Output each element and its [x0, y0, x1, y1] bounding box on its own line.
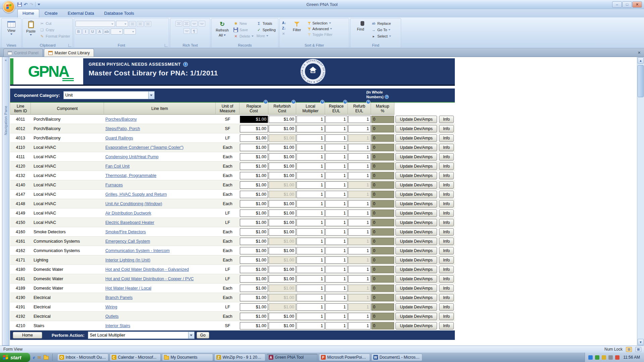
- replace-cost-input[interactable]: $1.00: [240, 285, 268, 292]
- markup-input[interactable]: 0: [371, 228, 394, 236]
- line-item-link[interactable]: Hot and Cold Water Distribution - Galvan…: [105, 267, 189, 272]
- info-button[interactable]: Info: [439, 125, 454, 132]
- underline-button[interactable]: U: [90, 29, 96, 35]
- align-center-button[interactable]: [137, 21, 144, 27]
- local-multiplier-input[interactable]: 1: [297, 163, 325, 170]
- view-button[interactable]: View: [3, 19, 20, 42]
- info-button[interactable]: Info: [439, 163, 454, 170]
- update-dev-amps-button[interactable]: Update Dev/Amps: [395, 172, 437, 179]
- minimize-button[interactable]: –: [612, 1, 622, 8]
- copy-button[interactable]: ❏Copy: [39, 27, 71, 33]
- markup-input[interactable]: 0: [371, 200, 394, 207]
- update-dev-amps-button[interactable]: Update Dev/Amps: [395, 144, 437, 151]
- datasheet-view-toggle[interactable]: ▦: [635, 347, 641, 352]
- info-button[interactable]: Info: [439, 247, 454, 254]
- highlight-color-button[interactable]: ab: [104, 29, 110, 35]
- refurb-eul-input[interactable]: 1: [348, 134, 371, 142]
- font-size-select[interactable]: [116, 21, 128, 27]
- font-name-select[interactable]: [75, 21, 115, 27]
- markup-input[interactable]: 0: [371, 294, 394, 301]
- refurbish-cost-input[interactable]: $1.00: [269, 209, 296, 217]
- local-multiplier-input[interactable]: 1: [297, 191, 325, 198]
- refurbish-cost-input[interactable]: $1.00: [269, 163, 296, 170]
- update-dev-amps-button[interactable]: Update Dev/Amps: [395, 303, 437, 311]
- local-multiplier-input[interactable]: 1: [297, 228, 325, 236]
- update-dev-amps-button[interactable]: Update Dev/Amps: [395, 200, 437, 207]
- replace-cost-input[interactable]: $1.00: [240, 125, 268, 132]
- line-item-link[interactable]: Porches/Balcony: [105, 117, 137, 122]
- replace-eul-input[interactable]: 1: [325, 238, 347, 245]
- office-button[interactable]: [3, 1, 15, 13]
- line-item-link[interactable]: Condensing Unit/Heat Pump: [105, 155, 158, 159]
- email-icon[interactable]: ✉: [38, 355, 41, 360]
- scroll-down-button[interactable]: ▼: [638, 339, 644, 345]
- text-direction-button[interactable]: [183, 28, 190, 34]
- refurb-eul-input[interactable]: 1: [348, 266, 371, 273]
- info-button[interactable]: Info: [439, 153, 454, 161]
- markup-input[interactable]: 0: [371, 191, 394, 198]
- replace-cost-input[interactable]: $1.00: [240, 228, 268, 236]
- bullets-button[interactable]: [175, 21, 182, 26]
- markup-input[interactable]: 0: [371, 163, 394, 170]
- replace-cost-input[interactable]: $1.00: [240, 294, 268, 301]
- local-multiplier-input[interactable]: 1: [297, 181, 325, 189]
- refurbish-cost-input[interactable]: $1.00: [269, 134, 296, 142]
- refurb-eul-input[interactable]: 1: [348, 313, 371, 320]
- align-right-button[interactable]: [145, 21, 151, 27]
- line-item-link[interactable]: Branch Panels: [105, 295, 132, 300]
- replace-cost-input[interactable]: $1.00: [240, 247, 268, 254]
- replace-cost-input[interactable]: $1.00: [240, 322, 268, 329]
- gridlines-select[interactable]: [111, 28, 123, 35]
- replace-cost-input[interactable]: $1.00: [240, 191, 268, 198]
- refurbish-cost-input[interactable]: $1.00: [269, 275, 296, 283]
- line-item-link[interactable]: Emergency Call System: [105, 239, 150, 244]
- vertical-scrollbar[interactable]: ▲ ▼: [637, 57, 644, 346]
- local-multiplier-input[interactable]: 1: [297, 285, 325, 292]
- help-icon[interactable]: ?: [291, 100, 296, 104]
- advanced-button[interactable]: Advanced: [307, 26, 333, 31]
- tab-master-cost-library[interactable]: Master Cost Library: [44, 49, 94, 57]
- taskbar-item-my-documents[interactable]: My Documents: [162, 354, 213, 361]
- refurb-eul-input[interactable]: 1: [348, 238, 371, 245]
- qat-dropdown-icon[interactable]: [38, 4, 40, 5]
- replace-eul-input[interactable]: 1: [325, 153, 347, 161]
- refurbish-cost-input[interactable]: $1.00: [269, 285, 296, 292]
- refurbish-cost-input[interactable]: $1.00: [269, 256, 296, 264]
- line-item-link[interactable]: Evaporative Condenser ("Swamp Cooler"): [105, 145, 183, 150]
- taskbar-item-outlook-calendar[interactable]: CCalendar - Microsof...: [110, 354, 161, 361]
- replace-eul-input[interactable]: 1: [325, 200, 347, 207]
- markup-input[interactable]: 0: [371, 266, 394, 273]
- refurb-eul-input[interactable]: 1: [348, 172, 371, 179]
- replace-cost-input[interactable]: $1.00: [240, 163, 268, 170]
- local-multiplier-input[interactable]: 1: [297, 125, 325, 132]
- navigation-pane-collapsed[interactable]: « Navigation Pane: [2, 57, 9, 346]
- tray-icon-network[interactable]: [588, 355, 593, 360]
- refurb-eul-input[interactable]: 1: [348, 144, 371, 151]
- clear-sort-button[interactable]: ✕: [281, 32, 287, 36]
- info-button[interactable]: Info: [439, 116, 454, 123]
- info-button[interactable]: Info: [439, 275, 454, 283]
- markup-input[interactable]: 0: [371, 134, 394, 142]
- info-button[interactable]: Info: [439, 209, 454, 217]
- replace-button[interactable]: abReplace: [370, 21, 392, 26]
- filter-button[interactable]: Filter: [288, 19, 306, 42]
- perform-action-select[interactable]: Set Local Multiplier: [88, 331, 195, 339]
- line-item-link[interactable]: Grilles, HVAC Supply and Return: [105, 192, 167, 197]
- local-multiplier-input[interactable]: 1: [297, 266, 325, 273]
- update-dev-amps-button[interactable]: Update Dev/Amps: [395, 238, 437, 245]
- line-item-link[interactable]: Furnaces: [105, 183, 123, 187]
- help-icon[interactable]: ?: [343, 100, 347, 104]
- fill-color-select[interactable]: [124, 28, 136, 35]
- replace-cost-input[interactable]: $1.00: [240, 172, 268, 179]
- line-item-link[interactable]: Steps/Patio, Porch: [105, 126, 140, 131]
- refurbish-cost-input[interactable]: $1.00: [269, 219, 296, 226]
- markup-input[interactable]: 0: [371, 303, 394, 311]
- format-painter-button[interactable]: ✎Format Painter: [39, 34, 71, 39]
- info-button[interactable]: Info: [439, 303, 454, 311]
- taskbar-item-winzip[interactable]: ZWinZip Pro - 9 1 2011...: [214, 354, 265, 361]
- markup-input[interactable]: 0: [371, 209, 394, 217]
- local-multiplier-input[interactable]: 1: [297, 209, 325, 217]
- update-dev-amps-button[interactable]: Update Dev/Amps: [395, 191, 437, 198]
- more-button[interactable]: More: [256, 34, 277, 38]
- local-multiplier-input[interactable]: 1: [297, 238, 325, 245]
